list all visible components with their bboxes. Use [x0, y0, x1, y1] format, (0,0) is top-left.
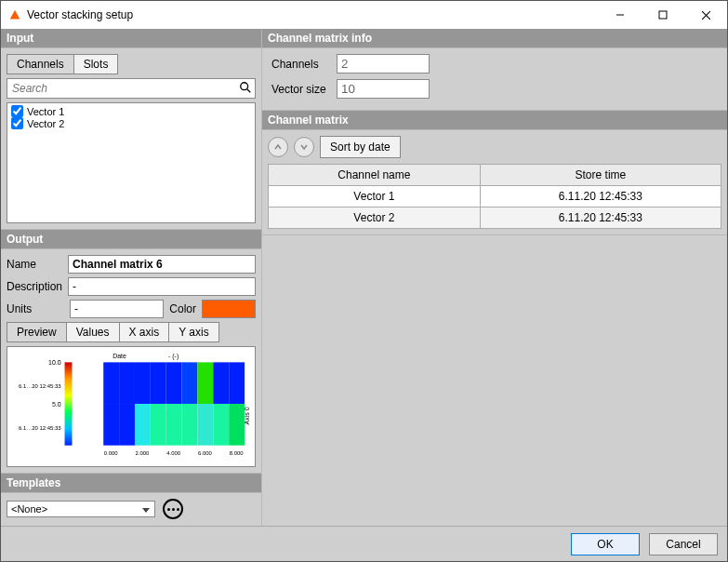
name-input[interactable]: [68, 255, 256, 274]
col-channel-name: Channel name: [269, 165, 481, 186]
app-window: Vector stacking setup Input Channels Slo…: [0, 0, 728, 562]
list-item-label: Vector 1: [27, 106, 64, 117]
maximize-button[interactable]: [642, 1, 684, 29]
svg-text:6.000: 6.000: [198, 450, 213, 456]
left-column: Input Channels Slots Vector 1 Vector 2 O…: [1, 29, 261, 526]
cb-tick: 6.1…20 12:45:33: [19, 383, 61, 389]
ok-button[interactable]: OK: [571, 533, 640, 555]
close-button[interactable]: [684, 1, 727, 29]
templates-header: Templates: [1, 474, 261, 492]
preview-chart: 10.0 6.1…20 12:45:33 5.0 6.1…20 12:45:33…: [7, 346, 256, 467]
svg-rect-15: [213, 362, 229, 404]
minimize-button[interactable]: [599, 1, 642, 29]
svg-point-5: [241, 83, 248, 90]
cb-tick: 10.0: [48, 359, 61, 366]
tab-slots[interactable]: Slots: [74, 55, 118, 74]
color-picker[interactable]: [202, 300, 256, 318]
units-label: Units: [7, 302, 64, 315]
output-tabs: Preview Values X axis Y axis: [7, 322, 219, 342]
svg-rect-20: [151, 404, 166, 446]
svg-marker-0: [10, 10, 20, 20]
svg-rect-7: [65, 362, 73, 445]
svg-rect-16: [229, 362, 245, 404]
table-row[interactable]: Vector 1 6.11.20 12:45:33: [269, 186, 721, 207]
list-item[interactable]: Vector 1: [9, 105, 253, 117]
move-down-button[interactable]: [294, 137, 314, 157]
table-row[interactable]: Vector 2 6.11.20 12:45:33: [269, 207, 721, 229]
vectorsize-value: [337, 79, 430, 99]
name-label: Name: [7, 258, 64, 271]
window-controls: [599, 1, 727, 29]
color-label: Color: [169, 302, 196, 315]
tab-xaxis[interactable]: X axis: [120, 323, 170, 341]
svg-rect-14: [197, 362, 213, 404]
tab-preview[interactable]: Preview: [7, 323, 67, 341]
svg-rect-18: [119, 404, 135, 446]
templates-panel: <None>: [1, 493, 261, 526]
tab-yaxis[interactable]: Y axis: [169, 323, 218, 341]
svg-rect-19: [135, 404, 151, 446]
template-more-button[interactable]: [163, 499, 183, 519]
titlebar: Vector stacking setup: [1, 1, 727, 29]
input-header: Input: [1, 29, 261, 47]
info-panel: Channels Vector size: [262, 48, 727, 110]
tab-values[interactable]: Values: [67, 323, 120, 341]
cb-tick: 6.1…20 12:45:33: [19, 425, 61, 431]
vectorsize-label: Vector size: [271, 83, 337, 96]
axis-right-label: Axis 0: [244, 407, 250, 424]
app-icon: [8, 8, 21, 21]
channel-list: Vector 1 Vector 2: [7, 102, 256, 223]
svg-text:8.000: 8.000: [230, 450, 245, 456]
matrix-header: Channel matrix: [262, 111, 727, 129]
input-tabs: Channels Slots: [7, 54, 118, 74]
svg-text:4.000: 4.000: [166, 450, 181, 456]
svg-rect-2: [659, 11, 667, 19]
cancel-button[interactable]: Cancel: [649, 533, 718, 555]
template-select[interactable]: <None>: [7, 501, 155, 517]
svg-rect-8: [103, 362, 119, 404]
search-input[interactable]: [7, 78, 256, 99]
input-panel: Channels Slots Vector 1 Vector 2: [1, 48, 261, 229]
cb-tick: 5.0: [52, 401, 61, 408]
description-label: Description: [7, 280, 64, 293]
output-panel: Name Description Units Color Preview Val…: [1, 249, 261, 473]
chart-date-label: Date: [113, 353, 126, 359]
svg-rect-13: [182, 362, 198, 404]
footer: OK Cancel: [1, 526, 727, 561]
tab-channels[interactable]: Channels: [7, 55, 74, 74]
channels-value: [337, 54, 430, 74]
units-input[interactable]: [70, 300, 164, 318]
cell-name: Vector 2: [269, 207, 481, 229]
matrix-panel: Sort by date Channel name Store time Vec…: [262, 130, 727, 234]
channels-label: Channels: [271, 58, 337, 71]
svg-rect-23: [197, 404, 213, 446]
svg-rect-21: [166, 404, 182, 446]
svg-rect-25: [229, 404, 245, 446]
output-header: Output: [1, 230, 261, 248]
cell-name: Vector 1: [269, 186, 481, 207]
svg-rect-10: [135, 362, 151, 404]
svg-rect-12: [166, 362, 182, 404]
search-icon: [239, 81, 252, 94]
cell-time: 6.11.20 12:45:33: [480, 186, 721, 207]
list-item-label: Vector 2: [27, 118, 64, 129]
chart-title: - (-): [168, 353, 179, 360]
list-item[interactable]: Vector 2: [9, 117, 253, 129]
svg-rect-24: [213, 404, 229, 446]
channel-matrix-table: Channel name Store time Vector 1 6.11.20…: [268, 164, 721, 229]
move-up-button[interactable]: [268, 137, 288, 157]
search-box: [7, 78, 256, 99]
right-filler: [262, 235, 727, 526]
checkbox[interactable]: [11, 105, 23, 117]
svg-rect-11: [151, 362, 166, 404]
svg-text:0.000: 0.000: [104, 450, 119, 456]
svg-text:2.000: 2.000: [135, 450, 150, 456]
main-body: Input Channels Slots Vector 1 Vector 2 O…: [1, 29, 727, 526]
sort-by-date-button[interactable]: Sort by date: [320, 136, 401, 158]
window-title: Vector stacking setup: [27, 8, 133, 21]
description-input[interactable]: [68, 277, 256, 296]
cell-time: 6.11.20 12:45:33: [480, 207, 721, 229]
heatmap: [103, 362, 245, 445]
checkbox[interactable]: [11, 117, 23, 129]
info-header: Channel matrix info: [262, 29, 727, 47]
